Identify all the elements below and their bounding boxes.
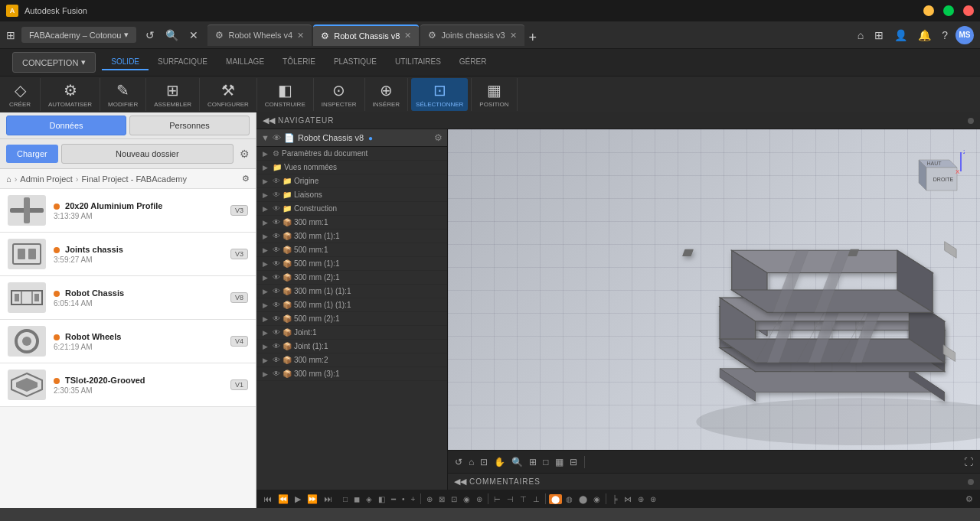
tab-utilitaires[interactable]: UTILITAIRES [386,54,450,70]
tab-robot-chassis-close[interactable]: ✕ [404,31,411,41]
render4-icon[interactable]: ◉ [591,493,603,505]
tree-eye-icon[interactable]: 👁 [273,370,280,378]
play-start-icon[interactable]: ⏮ [261,493,274,505]
grid-snap-icon[interactable]: ⊡ [449,493,459,505]
comp-move-icon[interactable]: ⊥ [531,493,542,505]
tree-root-vis-icon[interactable]: 👁 [273,133,281,142]
tree-item-liaisons[interactable]: ▶ 👁 📁 Liaisons [256,188,447,202]
sidebar-settings-icon[interactable]: ⚙ [240,148,250,160]
tree-item-comp[interactable]: ▶ 👁 📦 500 mm (1):1 [256,257,447,271]
tree-item-comp[interactable]: ▶ 👁 📦 300 mm:1 [256,216,447,230]
list-item[interactable]: Joints chassis 3:59:27 AM V3 [0,233,256,276]
3d-viewport[interactable]: HAUT DROITE Z X [448,129,980,490]
version-badge-1[interactable]: V3 [230,205,248,216]
snap2-icon[interactable]: ⊠ [436,493,447,505]
tree-eye-icon[interactable]: 👁 [273,314,280,323]
inspect3-icon[interactable]: ⊕ [635,493,646,505]
fullscreen-icon[interactable]: ⛶ [962,455,975,469]
list-item[interactable]: TSlot-2020-Grooved 2:30:35 AM V1 [0,363,256,407]
play-next-icon[interactable]: ⏩ [305,493,320,506]
tree-eye-icon[interactable]: 👁 [273,287,280,295]
tab-robot-wheels-close[interactable]: ✕ [297,31,304,41]
inspect2-icon[interactable]: ⋈ [622,493,634,505]
tab-gerer[interactable]: GÉRER [450,54,496,70]
help-icon[interactable]: ? [939,28,951,43]
search-icon[interactable]: 🔍 [162,28,181,43]
inspect-icon[interactable]: ╞ [609,493,619,505]
tree-item-comp[interactable]: ▶ 👁 📦 300 mm (2):1 [256,271,447,285]
assembler-button[interactable]: ⊞ ASSEMBLER [149,78,196,111]
tree-item-comp[interactable]: ▶ 👁 📦 300 mm (3):1 [256,367,447,381]
tree-item-comp[interactable]: ▶ 👁 📦 300 mm:2 [256,353,447,367]
tab-tolerie[interactable]: TÔLERIE [273,54,325,70]
tab-robot-wheels[interactable]: ⚙ Robot Wheels v4 ✕ [207,24,312,46]
refresh-icon[interactable]: ↺ [142,28,158,43]
play-icon[interactable]: ▶ [292,493,303,506]
add-tab-button[interactable]: + [526,30,541,46]
inserer-button[interactable]: ⊕ INSÉRER [368,78,405,111]
automatiser-button[interactable]: ⚙ AUTOMATISER [44,78,96,111]
tangent-icon[interactable]: ⊛ [474,493,485,505]
axis-lock-icon[interactable]: ⊢ [492,493,503,505]
tree-item-comp[interactable]: ▶ 👁 📦 Joint (1):1 [256,340,447,353]
list-item[interactable]: Robot Wheels 6:21:19 AM V4 [0,320,256,363]
home-icon[interactable]: ⌂ [854,28,867,43]
edge-icon[interactable]: ━ [389,493,398,505]
tree-eye-icon[interactable]: 👁 [273,232,280,240]
breadcrumb-home[interactable]: ⌂ [6,174,11,184]
tree-item-comp[interactable]: ▶ 👁 📦 500 mm (1) (1):1 [256,298,447,312]
tab-joints-chassis-close[interactable]: ✕ [510,31,517,41]
selectionner-button[interactable]: ⊡ SÉLECTIONNER [411,78,468,111]
tree-eye-icon[interactable]: 👁 [273,177,280,185]
component-icon[interactable]: ◈ [364,493,374,505]
settings-icon[interactable]: ⚙ [963,493,975,506]
grid-icon[interactable]: ⊞ [6,29,15,41]
tree-item-vues[interactable]: ▶ 📁 Vues nommées [256,161,447,174]
configurer-button[interactable]: ⚒ CONFIGURER [203,78,253,111]
tree-eye-icon[interactable]: 👁 [273,259,280,268]
tree-root-gear-icon[interactable]: ⚙ [434,132,443,143]
point-icon[interactable]: + [409,493,418,505]
tree-eye-icon[interactable]: 👁 [273,301,280,309]
breadcrumb-final-project[interactable]: Final Project - FABAcademy [81,174,187,184]
account-icon[interactable]: 👤 [891,28,910,43]
vertex-icon[interactable]: • [400,493,407,505]
tree-eye-icon[interactable]: 👁 [273,328,280,337]
user-avatar[interactable]: MS [956,26,974,44]
face-icon[interactable]: ◧ [376,493,387,505]
maximize-button[interactable]: □ [943,5,954,16]
home-view-icon[interactable]: ⌂ [466,455,476,469]
tree-eye-icon[interactable]: 👁 [273,246,280,254]
list-item[interactable]: Robot Chassis 6:05:14 AM V8 [0,276,256,320]
tree-eye-icon[interactable]: 👁 [273,356,280,364]
close-button[interactable]: ✕ [963,5,974,16]
notifications-icon[interactable]: 🔔 [915,28,934,43]
sidebar-tab-personnes[interactable]: Personnes [129,116,250,135]
new-folder-button[interactable]: Nouveau dossier [61,144,234,164]
fit-icon[interactable]: ⊡ [478,455,490,469]
tab-surfacique[interactable]: SURFACIQUE [149,54,217,70]
tree-eye-icon[interactable]: 👁 [273,218,280,226]
tree-eye-icon[interactable]: 👁 [273,342,280,350]
display-settings-icon[interactable]: ⊟ [567,455,580,469]
version-badge-3[interactable]: V8 [230,292,248,303]
tree-eye-icon[interactable]: 👁 [273,190,280,199]
free-move-icon[interactable]: ⊤ [518,493,529,505]
tree-eye-icon[interactable]: 👁 [273,273,280,282]
snap-icon[interactable]: ⊕ [424,493,435,505]
body-icon[interactable]: ◼ [351,493,362,505]
tree-eye-icon[interactable]: 👁 [273,204,280,213]
render2-icon[interactable]: ◍ [564,493,575,505]
play-end-icon[interactable]: ⏭ [322,493,335,505]
display-mode-icon[interactable]: □ [541,455,550,469]
pan-icon[interactable]: ✋ [492,455,508,469]
position-button[interactable]: ▦ POSITION [475,78,513,111]
load-button[interactable]: Charger [6,145,58,163]
list-item[interactable]: 20x20 Aluminium Profile 3:13:39 AM V3 [0,189,256,233]
tree-item-params[interactable]: ▶ ⚙ Paramètres du document [256,147,447,161]
sidebar-tab-donnees[interactable]: Données [6,116,126,135]
nav-pin-icon[interactable]: ◀◀ [263,116,275,125]
creer-button[interactable]: ◇ CRÉER [3,78,37,111]
version-badge-5[interactable]: V1 [230,379,248,390]
tab-solide[interactable]: SOLIDE [102,54,149,70]
